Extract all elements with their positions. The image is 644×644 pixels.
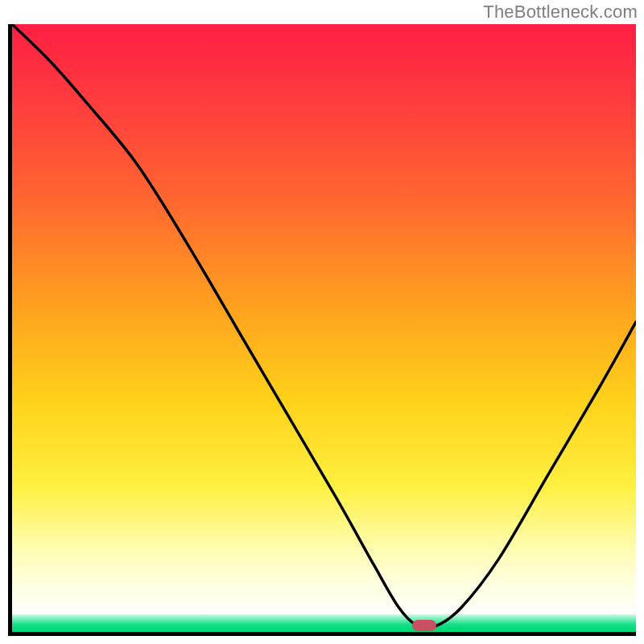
chart-plot-area	[8, 24, 636, 636]
chart-background-gradient	[12, 24, 636, 632]
chart-green-band	[12, 614, 636, 632]
watermark-text: TheBottleneck.com	[483, 2, 638, 23]
optimal-point-marker	[412, 620, 436, 631]
